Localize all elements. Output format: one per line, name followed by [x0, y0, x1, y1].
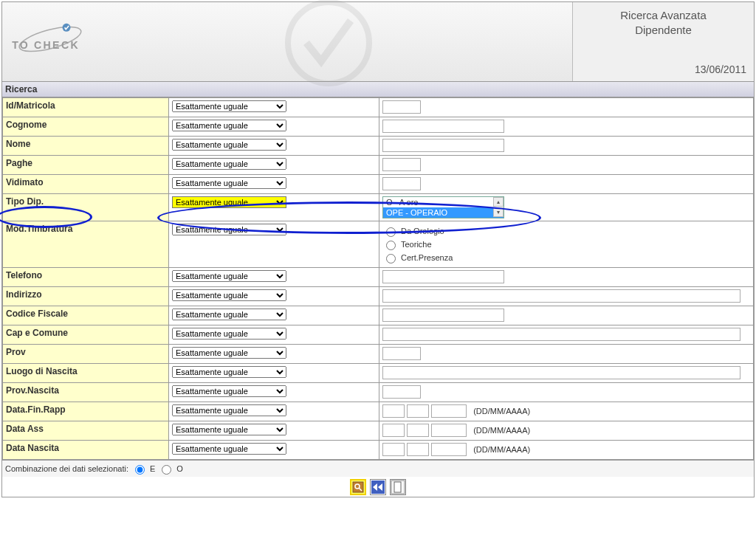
date-hint: (DD/MM/AAAA): [473, 426, 530, 435]
bottom-toolbar: [2, 477, 754, 497]
row-id-matricola: Id/Matricola Esattamente uguale: [3, 98, 754, 117]
label-prov-nascita: Prov.Nascita: [3, 383, 169, 402]
row-indirizzo: Indirizzo Esattamente uguale: [3, 287, 754, 306]
label-indirizzo: Indirizzo: [3, 287, 169, 306]
op-telefono[interactable]: Esattamente uguale: [172, 270, 286, 282]
op-tipo-dip[interactable]: Esattamente uguale: [172, 196, 286, 208]
op-luogo-nascita[interactable]: Esattamente uguale: [172, 366, 286, 378]
input-data-fin-rapp-dd[interactable]: [382, 404, 405, 418]
radio-comb-e-label: E: [150, 464, 155, 473]
combination-row: Combinazione dei dati selezionati: E O: [2, 460, 754, 477]
label-cognome: Cognome: [3, 117, 169, 137]
search-button[interactable]: [350, 479, 366, 495]
svg-point-4: [288, 2, 369, 83]
input-data-ass-yyyy[interactable]: [431, 424, 467, 437]
op-cap-comune[interactable]: Esattamente uguale: [172, 328, 286, 340]
new-button[interactable]: [390, 479, 406, 495]
date-hint: (DD/MM/AAAA): [473, 445, 530, 454]
op-nome[interactable]: Esattamente uguale: [172, 139, 286, 151]
op-paghe[interactable]: Esattamente uguale: [172, 158, 286, 170]
search-form-table: Id/Matricola Esattamente uguale Cognome …: [2, 97, 754, 460]
radio-cert-presenza-label: Cert.Presenza: [401, 253, 453, 262]
input-paghe[interactable]: [382, 158, 421, 171]
reset-button[interactable]: [370, 479, 386, 495]
op-data-nascita[interactable]: Esattamente uguale: [172, 443, 286, 455]
logo-area: TO CHECK: [2, 2, 572, 81]
label-data-nascita: Data Nascita: [3, 441, 169, 460]
op-data-fin-rapp[interactable]: Esattamente uguale: [172, 404, 286, 416]
input-codice-fiscale[interactable]: [382, 309, 504, 322]
input-cognome[interactable]: [382, 120, 504, 133]
scroll-down-icon[interactable]: ▾: [493, 207, 504, 217]
op-id-matricola[interactable]: Esattamente uguale: [172, 100, 286, 112]
row-data-ass: Data Ass Esattamente uguale (DD/MM/AAAA): [3, 421, 754, 441]
row-luogo-nascita: Luogo di Nascita Esattamente uguale: [3, 364, 754, 383]
radio-da-orologio-label: Da Orologio: [401, 227, 444, 235]
title-box: Ricerca Avanzata Dipendente 13/06/2011: [572, 2, 754, 81]
radio-comb-e[interactable]: [135, 465, 145, 475]
label-mod-timbratura: Mod.Timbratura: [3, 221, 169, 268]
app-header: TO CHECK Ricerca Avanzata Dipendente 13/…: [2, 2, 754, 82]
label-vidimato: Vidimato: [3, 175, 169, 194]
row-paghe: Paghe Esattamente uguale: [3, 156, 754, 175]
input-data-ass-dd[interactable]: [382, 424, 405, 437]
input-prov-nascita[interactable]: [382, 385, 421, 399]
radio-da-orologio[interactable]: [386, 227, 396, 237]
document-icon: [391, 480, 405, 495]
logo-swirl-icon: TO CHECK: [10, 17, 91, 61]
input-data-nascita-mm[interactable]: [407, 443, 429, 456]
op-cognome[interactable]: Esattamente uguale: [172, 120, 286, 131]
row-tipo-dip: Tipo Dip. Esattamente uguale ▴ O - A ore…: [3, 194, 754, 221]
label-codice-fiscale: Codice Fiscale: [3, 306, 169, 325]
row-cognome: Cognome Esattamente uguale: [3, 117, 754, 137]
rewind-icon: [371, 480, 385, 495]
search-icon: [351, 480, 365, 494]
label-id-matricola: Id/Matricola: [3, 98, 169, 117]
tipo-dip-option-ope[interactable]: OPE - OPERAIO: [383, 207, 504, 218]
op-prov[interactable]: Esattamente uguale: [172, 347, 286, 359]
svg-rect-12: [394, 482, 401, 492]
row-prov: Prov Esattamente uguale: [3, 345, 754, 364]
row-data-nascita: Data Nascita Esattamente uguale (DD/MM/A…: [3, 441, 754, 460]
input-nome[interactable]: [382, 139, 504, 152]
op-vidimato[interactable]: Esattamente uguale: [172, 177, 286, 189]
input-luogo-nascita[interactable]: [382, 366, 740, 379]
row-cap-comune: Cap e Comune Esattamente uguale: [3, 325, 754, 345]
op-data-ass[interactable]: Esattamente uguale: [172, 424, 286, 435]
radio-comb-o-label: O: [176, 464, 183, 473]
op-mod-timbratura[interactable]: Esattamente uguale: [172, 224, 286, 235]
input-data-nascita-yyyy[interactable]: [431, 443, 467, 456]
watermark-icon: [269, 0, 388, 91]
input-data-fin-rapp-mm[interactable]: [407, 404, 429, 418]
tipo-dip-option-o[interactable]: O - A ore: [383, 197, 504, 207]
label-telefono: Telefono: [3, 268, 169, 287]
op-indirizzo[interactable]: Esattamente uguale: [172, 289, 286, 301]
label-prov: Prov: [3, 345, 169, 364]
op-codice-fiscale[interactable]: Esattamente uguale: [172, 309, 286, 320]
scroll-up-icon[interactable]: ▴: [493, 197, 504, 207]
svg-text:TO: TO: [12, 39, 30, 51]
label-paghe: Paghe: [3, 156, 169, 175]
input-data-ass-mm[interactable]: [407, 424, 429, 437]
combination-label: Combinazione dei dati selezionati:: [5, 464, 128, 473]
input-indirizzo[interactable]: [382, 289, 740, 303]
label-data-ass: Data Ass: [3, 421, 169, 441]
row-nome: Nome Esattamente uguale: [3, 137, 754, 156]
input-data-nascita-dd[interactable]: [382, 443, 405, 456]
radio-teoriche-label: Teoriche: [401, 240, 432, 249]
input-id-matricola[interactable]: [382, 100, 421, 114]
input-vidimato[interactable]: [382, 177, 421, 190]
input-cap-comune[interactable]: [382, 328, 740, 341]
tipo-dip-listbox[interactable]: ▴ O - A ore ▾ OPE - OPERAIO: [382, 196, 504, 218]
label-cap-comune: Cap e Comune: [3, 325, 169, 345]
op-prov-nascita[interactable]: Esattamente uguale: [172, 385, 286, 397]
label-luogo-nascita: Luogo di Nascita: [3, 364, 169, 383]
label-data-fin-rapp: Data.Fin.Rapp: [3, 402, 169, 421]
input-telefono[interactable]: [382, 270, 504, 283]
radio-teoriche[interactable]: [386, 241, 396, 250]
radio-cert-presenza[interactable]: [386, 254, 396, 263]
radio-comb-o[interactable]: [162, 465, 171, 475]
input-data-fin-rapp-yyyy[interactable]: [431, 404, 467, 418]
input-prov[interactable]: [382, 347, 421, 360]
row-vidimato: Vidimato Esattamente uguale: [3, 175, 754, 194]
